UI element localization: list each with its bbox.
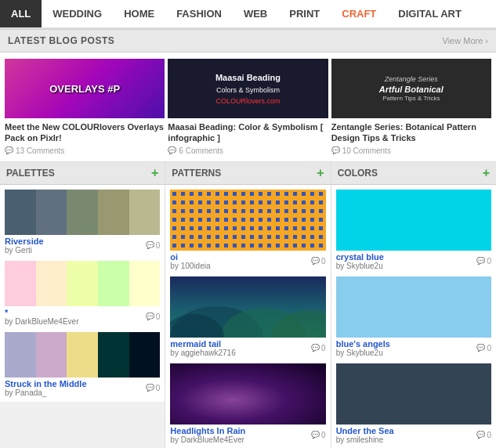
palettes-add-button[interactable]: + (151, 167, 158, 179)
blog-thumb-2: Maasai BeadingColors & Symbolism COLOURl… (168, 59, 328, 118)
blog-post-2[interactable]: Maasai BeadingColors & Symbolism COLOURl… (168, 59, 328, 155)
colors-header: COLORS + (331, 162, 496, 185)
blog-thumb-1: OVERLAYS #P (5, 59, 165, 118)
color-crystal-blue-footer: crystal blue by Skyblue2u 💬0 (336, 252, 491, 270)
patterns-items: oi by 100ideia 💬0 (165, 185, 330, 448)
nav-item-print[interactable]: PRINT (278, 0, 331, 27)
blog-post-1-title[interactable]: Meet the New COLOURlovers Overlays Pack … (5, 121, 165, 144)
palette-riverside-footer: Riverside by Gerti 💬0 (5, 237, 160, 255)
blog-thumb-3: Zentangle Series Artful Botanical Patter… (331, 59, 491, 118)
blog-section-title: LATEST BLOG POSTS (8, 35, 114, 46)
color-blues-angels-by: by Skyblue2u (336, 349, 390, 357)
colors-add-button[interactable]: + (483, 167, 490, 179)
color-blues-angels-name[interactable]: blue's angels (336, 339, 390, 349)
pattern-oi-by: by 100ideia (170, 262, 210, 270)
nav-item-all[interactable]: ALL (0, 0, 42, 27)
pattern-headlights-by: by DarkBlueMe4Ever (170, 435, 245, 444)
nav-item-web[interactable]: WEB (233, 0, 278, 27)
pattern-oi-footer: oi by 100ideia 💬0 (170, 252, 325, 270)
colors-items: crystal blue by Skyblue2u 💬0 blue's ange… (331, 185, 496, 448)
palette-star-swatch (5, 261, 160, 306)
palette-struck-comments: 💬0 (146, 384, 161, 392)
blog-post-3-title[interactable]: Zentangle Series: Botanical Pattern Desi… (331, 121, 491, 144)
palette-riverside-by: by Gerti (5, 246, 44, 255)
nav-item-wedding[interactable]: WEDDING (42, 0, 113, 27)
palettes-title: PALETTES (6, 168, 55, 179)
blog-thumb-1-label: OVERLAYS #P (49, 83, 120, 95)
columns-container: PALETTES + Riverside by Gerti (0, 161, 496, 448)
palette-star-comments: 💬0 (146, 313, 161, 321)
pattern-mermaid-footer: mermaid tail by aggiehawk2716 💬0 (170, 339, 325, 357)
nav-item-digital-art[interactable]: DIGITAL ART (387, 0, 472, 27)
palette-struck-name[interactable]: Struck in the Middle (5, 379, 87, 388)
pattern-mermaid-thumb (170, 276, 325, 338)
patterns-header: PATTERNS + (165, 162, 330, 185)
nav-item-fashion[interactable]: FASHION (165, 0, 233, 27)
blog-posts-container: OVERLAYS #P Meet the New COLOURlovers Ov… (0, 52, 496, 161)
color-under-the-sea-by: by smileshine (336, 435, 394, 444)
color-crystal-blue-swatch (336, 190, 491, 251)
color-item-blues-angels[interactable]: blue's angels by Skyblue2u 💬0 (336, 276, 491, 357)
nav-item-craft[interactable]: CRAFT (331, 0, 387, 27)
patterns-add-button[interactable]: + (317, 167, 324, 179)
color-under-the-sea-swatch (336, 363, 491, 425)
pattern-oi-thumb (170, 190, 325, 251)
nav-item-home[interactable]: HOME (113, 0, 165, 27)
color-blues-angels-footer: blue's angels by Skyblue2u 💬0 (336, 339, 491, 357)
color-under-the-sea-name[interactable]: Under the Sea (336, 426, 394, 435)
palette-star-footer: * by DarkBlueMe4Ever 💬0 (5, 308, 160, 326)
pattern-mermaid-by: by aggiehawk2716 (170, 349, 235, 357)
blog-post-1[interactable]: OVERLAYS #P Meet the New COLOURlovers Ov… (5, 59, 165, 155)
pattern-oi-comments: 💬0 (311, 257, 326, 266)
color-item-under-the-sea[interactable]: Under the Sea by smileshine 💬0 (336, 363, 491, 444)
palette-riverside-comments: 💬0 (146, 241, 161, 250)
colors-column: COLORS + crystal blue by Skyblue2u 💬0 (331, 162, 496, 448)
color-crystal-blue-name[interactable]: crystal blue (336, 252, 384, 262)
pattern-headlights-name[interactable]: Headlights In Rain (170, 426, 245, 435)
pattern-item-oi[interactable]: oi by 100ideia 💬0 (170, 190, 325, 270)
palettes-column: PALETTES + Riverside by Gerti (0, 162, 165, 448)
blog-post-1-comments: 💬 13 Comments (5, 146, 165, 155)
color-blues-angels-comments: 💬0 (476, 344, 491, 352)
comment-icon-3: 💬 (331, 146, 340, 154)
color-blues-angels-swatch (336, 276, 491, 338)
blog-post-3-comments: 💬 10 Comments (331, 146, 491, 155)
colors-title: COLORS (338, 168, 378, 179)
pattern-headlights-comments: 💬0 (311, 431, 326, 439)
patterns-column: PATTERNS + oi by 100ideia 💬0 (165, 162, 331, 448)
pattern-headlights-thumb (170, 363, 325, 425)
pattern-item-mermaid[interactable]: mermaid tail by aggiehawk2716 💬0 (170, 276, 325, 357)
pattern-item-headlights[interactable]: Headlights In Rain by DarkBlueMe4Ever 💬0 (170, 363, 325, 444)
palette-riverside-name[interactable]: Riverside (5, 237, 44, 246)
palette-star-name[interactable]: * (5, 308, 78, 317)
palette-struck-footer: Struck in the Middle by Panada_ 💬0 (5, 379, 160, 397)
palette-struck-by: by Panada_ (5, 388, 87, 397)
blog-post-2-comments: 💬 6 Comments (168, 146, 328, 155)
comment-icon: 💬 (5, 146, 13, 154)
palette-riverside-swatch (5, 190, 160, 235)
pattern-mermaid-comments: 💬0 (311, 344, 326, 352)
palettes-items: Riverside by Gerti 💬0 (0, 185, 165, 402)
patterns-title: PATTERNS (172, 168, 221, 179)
color-under-the-sea-comments: 💬0 (476, 431, 491, 439)
palette-star-by: by DarkBlueMe4Ever (5, 317, 78, 326)
color-crystal-blue-by: by Skyblue2u (336, 262, 384, 270)
palette-item-struck[interactable]: Struck in the Middle by Panada_ 💬0 (5, 332, 160, 397)
main-nav: ALL WEDDING HOME FASHION WEB PRINT CRAFT… (0, 0, 496, 29)
color-item-crystal-blue[interactable]: crystal blue by Skyblue2u 💬0 (336, 190, 491, 270)
blog-post-2-title[interactable]: Maasai Beading: Color & Symbolism [ info… (168, 121, 328, 144)
pattern-mermaid-name[interactable]: mermaid tail (170, 339, 235, 349)
blog-section-header: LATEST BLOG POSTS View More › (0, 29, 496, 52)
pattern-headlights-footer: Headlights In Rain by DarkBlueMe4Ever 💬0 (170, 426, 325, 444)
comment-icon-2: 💬 (168, 146, 176, 154)
palette-struck-swatch (5, 332, 160, 378)
view-more-link[interactable]: View More › (443, 36, 488, 45)
palette-item-riverside[interactable]: Riverside by Gerti 💬0 (5, 190, 160, 255)
blog-post-3[interactable]: Zentangle Series Artful Botanical Patter… (331, 59, 491, 155)
palettes-header: PALETTES + (0, 162, 165, 185)
palette-item-star[interactable]: * by DarkBlueMe4Ever 💬0 (5, 261, 160, 326)
pattern-oi-name[interactable]: oi (170, 252, 210, 262)
color-under-the-sea-footer: Under the Sea by smileshine 💬0 (336, 426, 491, 444)
color-crystal-blue-comments: 💬0 (476, 257, 491, 266)
